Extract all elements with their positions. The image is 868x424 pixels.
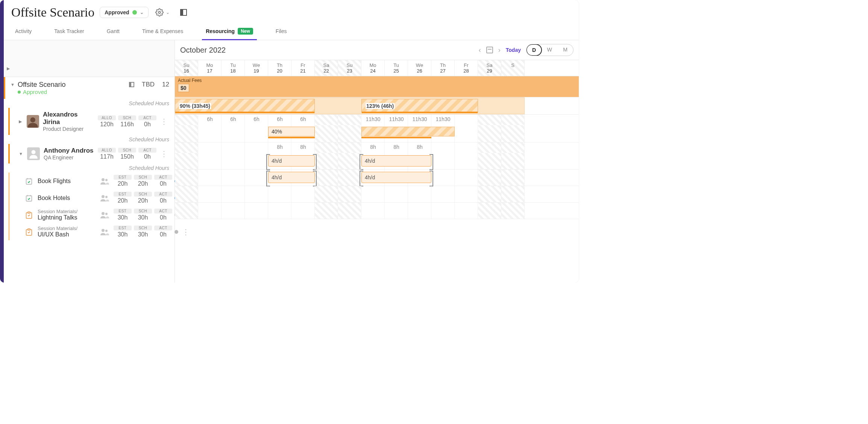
stat-label: SCH: [118, 115, 136, 120]
prev-icon[interactable]: ‹: [479, 46, 481, 54]
resource-row[interactable]: ▶ Alexandros Jirina Product Designer ALL…: [8, 108, 175, 135]
timeline-toolbar: October 2022 ‹ › Today D W M: [175, 40, 579, 60]
stat-value: 150h: [118, 153, 136, 160]
resource-row[interactable]: ▼ Anthony Andros QA Engineer ALLO117h SC…: [8, 144, 175, 164]
fees-label: Actual Fees: [178, 78, 576, 83]
day-column[interactable]: Fr21: [291, 60, 315, 76]
view-day[interactable]: D: [526, 44, 542, 56]
task-bar[interactable]: 4h/d: [268, 155, 315, 167]
task-name: Lightning Talks: [38, 214, 94, 221]
hour-cell: 8h: [268, 144, 291, 150]
utilization-bar[interactable]: 123% (46h): [361, 99, 478, 113]
day-column[interactable]: Mo17: [198, 60, 222, 76]
stat-value: 30h: [114, 231, 132, 238]
task-row[interactable]: Book FlightsEST20hSCH20hACT0h⋮: [8, 173, 175, 189]
day-column[interactable]: Sa29: [478, 60, 501, 76]
panel-toggle-icon[interactable]: [180, 9, 187, 16]
svg-point-4: [102, 178, 105, 181]
day-column[interactable]: Tu18: [222, 60, 245, 76]
panel-icon[interactable]: [129, 82, 134, 87]
project-name: Offsite Scenario: [18, 81, 66, 89]
today-button[interactable]: Today: [506, 47, 521, 53]
view-month[interactable]: M: [557, 44, 573, 56]
fees-value: $0: [178, 84, 189, 92]
svg-rect-6: [26, 195, 32, 201]
task-type-icon: [25, 177, 33, 185]
stat-label: ACT: [138, 148, 156, 153]
people-icon[interactable]: [100, 212, 109, 218]
collapse-icon[interactable]: ▼: [19, 151, 23, 156]
day-column[interactable]: We26: [408, 60, 431, 76]
stat-value: 20h: [134, 197, 152, 204]
stat-value: 0h: [154, 180, 172, 187]
stat-label: ACT: [154, 175, 172, 180]
svg-point-14: [105, 230, 108, 232]
hours-row: 6h6h6h6h6h11h3011h3011h3011h30: [175, 115, 579, 125]
status-label: Approved: [105, 9, 129, 15]
tab-activity[interactable]: Activity: [15, 23, 32, 40]
project-row[interactable]: ▼ Offsite Scenario Approved TBD 12: [4, 77, 175, 99]
tab-files[interactable]: Files: [276, 23, 287, 40]
task-name: Book Flights: [38, 178, 94, 185]
day-column[interactable]: Su23: [338, 60, 361, 76]
task-row[interactable]: Session Materials/UI/UX BashEST30hSCH30h…: [8, 223, 175, 240]
tab-time-expenses[interactable]: Time & Expenses: [142, 23, 183, 40]
stat-value: 30h: [134, 214, 152, 221]
day-column[interactable]: Fr28: [455, 60, 478, 76]
utilization-bar[interactable]: [361, 127, 455, 136]
day-column[interactable]: Th20: [268, 60, 291, 76]
task-bar[interactable]: 4h/d: [268, 172, 315, 183]
expand-all-icon[interactable]: ▶: [7, 66, 10, 71]
scheduled-hours-label: Scheduled Hours: [4, 135, 175, 144]
kebab-icon[interactable]: ⋮: [159, 119, 169, 124]
collapse-icon[interactable]: ▼: [11, 82, 15, 87]
tab-task-tracker[interactable]: Task Tracker: [54, 23, 84, 40]
next-icon[interactable]: ›: [498, 46, 501, 54]
people-icon[interactable]: [100, 229, 109, 235]
task-row[interactable]: Session Materials/Lightning TalksEST30hS…: [8, 206, 175, 223]
task-type-icon: [25, 194, 33, 202]
tab-gantt[interactable]: Gantt: [107, 23, 120, 40]
stat-label: ACT: [154, 226, 172, 230]
day-column[interactable]: Sa22: [315, 60, 338, 76]
project-status: Approved: [18, 89, 66, 95]
utilization-bar[interactable]: 40%: [268, 127, 315, 136]
hour-cell: 6h: [291, 116, 315, 122]
day-column[interactable]: Th27: [431, 60, 455, 76]
expand-strip: ▶: [4, 61, 175, 77]
day-column[interactable]: Mo24: [361, 60, 385, 76]
stat-value: 30h: [134, 231, 152, 238]
people-icon[interactable]: [100, 195, 109, 201]
svg-point-5: [105, 179, 108, 181]
settings-dropdown[interactable]: ⌄: [154, 6, 171, 19]
day-column[interactable]: Su16: [175, 60, 198, 76]
day-column[interactable]: Tu25: [385, 60, 408, 76]
stat-label: ACT: [154, 192, 172, 197]
tab-resourcing[interactable]: Resourcing New: [206, 23, 253, 40]
day-column[interactable]: S: [501, 60, 525, 76]
hour-cell: 6h: [198, 116, 222, 122]
svg-point-7: [102, 195, 105, 198]
status-dropdown[interactable]: Approved ⌄: [100, 7, 148, 18]
hour-cell: 11h30: [408, 116, 431, 122]
actual-fees-bar[interactable]: Actual Fees $0: [175, 76, 579, 97]
svg-point-11: [105, 213, 108, 215]
utilization-text: 123% (46h): [366, 103, 395, 109]
stat-label: EST: [114, 209, 132, 214]
people-icon[interactable]: [100, 178, 109, 185]
task-bar[interactable]: 4h/d: [361, 172, 431, 183]
stat-value: 20h: [134, 180, 152, 187]
task-row[interactable]: Book HotelsEST20hSCH20hACT0h⋮: [8, 189, 175, 206]
view-week[interactable]: W: [542, 44, 557, 56]
stat-label: ALLO: [98, 148, 116, 153]
stat-label: EST: [114, 175, 132, 180]
hours-row: 8h8h8h8h8h: [175, 142, 579, 153]
kebab-icon[interactable]: ⋮: [159, 151, 169, 156]
hour-cell: 6h: [245, 116, 268, 122]
day-column[interactable]: We19: [245, 60, 268, 76]
utilization-bar[interactable]: 90% (33h45): [175, 99, 315, 113]
calendar-icon[interactable]: [486, 47, 493, 53]
task-bar[interactable]: 4h/d: [361, 155, 431, 167]
expand-icon[interactable]: ▶: [19, 119, 23, 124]
stat-label: SCH: [134, 226, 152, 230]
